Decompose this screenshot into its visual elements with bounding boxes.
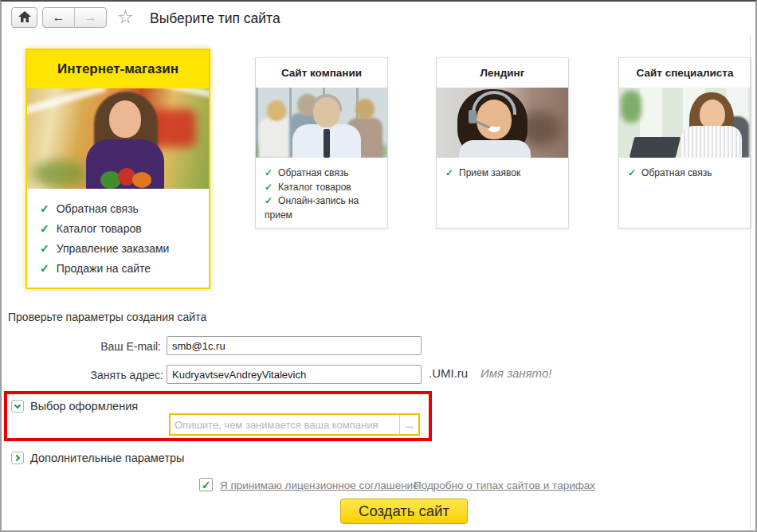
card-title: Сайт компании: [256, 58, 387, 88]
feature-item: ✓Управление заказами: [40, 239, 209, 259]
check-icon: ✓: [202, 479, 211, 491]
address-field[interactable]: [167, 365, 422, 384]
license-agreement-link[interactable]: Я принимаю лицензионное соглашение: [220, 479, 419, 491]
design-section-expander[interactable]: [11, 400, 24, 413]
email-field[interactable]: [167, 336, 422, 355]
home-button[interactable]: [11, 7, 37, 28]
card-photo: [619, 88, 751, 158]
feature-item: ✓Обратная связь: [628, 166, 751, 181]
feature-item: ✓Обратная связь: [265, 166, 387, 181]
name-taken-message: Имя занято!: [480, 366, 551, 380]
company-description-input[interactable]: [171, 415, 399, 434]
design-input-wrap: ...: [169, 413, 420, 436]
feature-item: ✓Продажи на сайте: [40, 259, 209, 279]
more-params-label[interactable]: Дополнительные параметры: [30, 452, 185, 464]
domain-suffix: .UMI.ru: [429, 366, 468, 380]
ellipsis-button[interactable]: ...: [399, 415, 418, 434]
feature-list: ✓Прием заявок: [437, 158, 568, 181]
email-label: Ваш E-mail:: [2, 340, 161, 353]
nav-button-group: ← →: [42, 7, 107, 28]
check-icon: ✓: [628, 167, 636, 178]
check-icon: ✓: [265, 167, 273, 178]
back-button[interactable]: ←: [43, 8, 75, 27]
check-icon: ✓: [265, 195, 273, 206]
form-section-title: Проверьте параметры создания сайта: [8, 311, 206, 323]
app-window: ← → ☆ Выберите тип сайта Интернет-магази…: [0, 0, 757, 532]
feature-list: ✓Обратная связь ✓Каталог товаров ✓Управл…: [27, 189, 209, 279]
tariffs-info-link[interactable]: Подробно о типах сайтов и тарифах: [414, 479, 595, 491]
card-photo: [256, 88, 387, 158]
chevron-right-icon: [13, 455, 19, 461]
feature-item: ✓Прием заявок: [445, 166, 568, 181]
check-icon: ✓: [40, 242, 49, 255]
feature-item: ✓Каталог товаров: [265, 181, 387, 195]
forward-icon: →: [84, 10, 97, 24]
feature-list: ✓Обратная связь: [619, 158, 751, 181]
forward-button[interactable]: →: [75, 8, 106, 27]
page-title: Выберите тип сайта: [150, 10, 280, 27]
card-title: Интернет-магазин: [27, 50, 209, 88]
feature-item: ✓Обратная связь: [40, 199, 209, 219]
card-title: Сайт специалиста: [619, 58, 751, 88]
card-specialist-site[interactable]: Сайт специалиста ✓Обратная связь: [618, 57, 751, 229]
check-icon: ✓: [445, 167, 453, 178]
more-params-expander[interactable]: [11, 452, 24, 464]
card-photo: [437, 88, 568, 158]
check-icon: ✓: [40, 222, 49, 235]
feature-item: ✓Онлайн-запись на прием: [265, 194, 387, 222]
star-icon[interactable]: ☆: [117, 6, 134, 28]
feature-item: ✓Каталог товаров: [40, 219, 209, 239]
feature-list: ✓Обратная связь ✓Каталог товаров ✓Онлайн…: [256, 158, 387, 222]
check-icon: ✓: [40, 202, 49, 215]
panel-divider: [750, 35, 751, 529]
card-photo: [27, 88, 209, 189]
card-landing[interactable]: Лендинг ✓Прием заявок: [436, 57, 569, 229]
toolbar: ← → ☆ Выберите тип сайта: [2, 2, 755, 35]
create-site-button[interactable]: Создать сайт: [340, 499, 468, 524]
design-section-label[interactable]: Выбор оформления: [30, 400, 138, 413]
check-icon: ✓: [265, 182, 273, 193]
card-internet-shop[interactable]: Интернет-магазин ✓Обратная связь ✓Катало…: [25, 49, 210, 289]
chevron-down-icon: [14, 401, 21, 408]
license-checkbox[interactable]: ✓: [199, 478, 213, 491]
check-icon: ✓: [40, 262, 49, 275]
card-title: Лендинг: [437, 58, 568, 88]
home-icon: [18, 11, 31, 25]
back-icon: ←: [53, 10, 65, 24]
card-company-site[interactable]: Сайт компании ✓Обратная связь ✓Каталог т…: [255, 57, 388, 229]
address-label: Занять адрес:: [2, 369, 163, 381]
